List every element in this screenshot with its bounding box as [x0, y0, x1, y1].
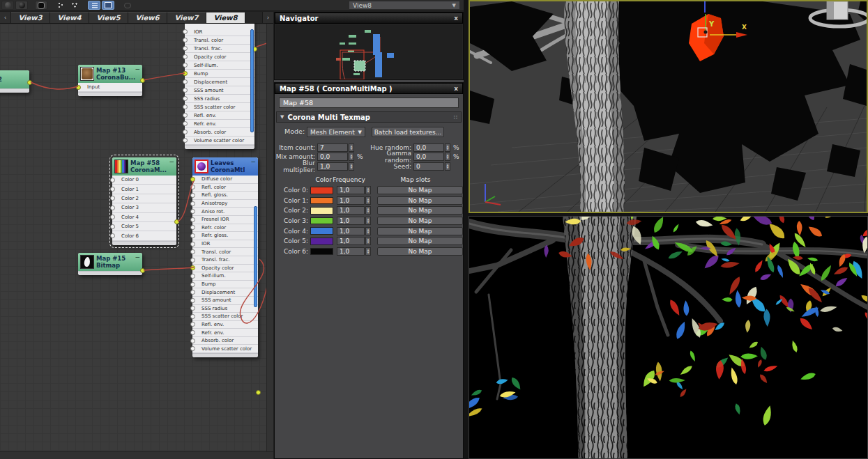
input-socket[interactable] [190, 193, 195, 198]
slot-color-5[interactable]: Color 5 [112, 222, 176, 231]
node-material-top[interactable]: IORTransl. colorTransl. frac.Opacity col… [185, 24, 254, 149]
slot-bump[interactable]: Bump [185, 70, 254, 78]
slot-transl-frac-[interactable]: Transl. frac. [192, 256, 258, 265]
slot-refl-env-[interactable]: Refl. env. [192, 321, 258, 329]
input-socket[interactable] [190, 233, 195, 238]
slot-sss-scatter-color[interactable]: SSS scatter color [185, 103, 254, 111]
slot-refr-color[interactable]: Refr. color [192, 224, 258, 233]
map-slot-button[interactable]: No Map [377, 217, 463, 225]
value-field[interactable]: 0,0 [413, 143, 444, 152]
input-socket[interactable] [110, 205, 115, 210]
navigator-toggle-icon[interactable] [102, 1, 114, 10]
value-field[interactable]: 0,0 [317, 153, 348, 161]
map-slot-button[interactable]: No Map [377, 237, 463, 245]
rollout-header[interactable]: ▼ Corona Multi Texmap ∷ [276, 111, 462, 123]
frequency-field[interactable]: 1,0 [337, 247, 365, 256]
slot-refr-env-[interactable]: Refr. env. [185, 120, 254, 128]
spinner-control[interactable]: ▲▼ [365, 186, 371, 194]
input-socket[interactable] [190, 209, 195, 214]
slot-sss-radius[interactable]: SSS radius [185, 95, 254, 103]
value-field[interactable]: 0,0 [413, 153, 444, 161]
slot-transl-color[interactable]: Transl. color [192, 248, 258, 256]
view-select-dropdown[interactable]: View8 ▼ [349, 1, 460, 10]
slot-aniso-rot-[interactable]: Aniso rot. [192, 208, 258, 216]
slot-color-0[interactable]: Color 0 [112, 176, 176, 185]
spinner-control[interactable]: ▲▼ [365, 206, 371, 215]
canvas-vertical-scrollbar[interactable] [266, 24, 273, 459]
tab-view6[interactable]: View6 [128, 12, 167, 23]
tab-view4[interactable]: View4 [50, 12, 89, 23]
node-map13[interactable]: Map #13 CoronaBu... − Input [78, 65, 142, 96]
spinner-control[interactable]: ▲▼ [365, 196, 371, 205]
map15-thumbnail[interactable] [80, 255, 94, 269]
minimize-icon[interactable]: − [169, 158, 174, 165]
slot-anisotropy[interactable]: Anisotropy [192, 200, 258, 208]
slot-color-3[interactable]: Color 3 [112, 203, 176, 212]
input-socket[interactable] [183, 104, 188, 109]
input-socket[interactable] [190, 185, 195, 189]
leaves-thumbnail[interactable] [195, 160, 208, 173]
spinner-control[interactable]: ▲▼ [365, 227, 371, 235]
input-socket[interactable] [190, 274, 195, 279]
slot-bump[interactable]: Bump [192, 281, 258, 289]
tab-view8[interactable]: View8 [206, 12, 245, 23]
map-slot-button[interactable]: No Map [377, 196, 463, 205]
slot-color-4[interactable]: Color 4 [112, 213, 176, 222]
frequency-field[interactable]: 1,0 [337, 206, 365, 215]
close-icon[interactable]: x [454, 85, 458, 92]
slot-transl-color[interactable]: Transl. color [185, 36, 254, 45]
slot-volume-scatter-color[interactable]: Volume scatter color [185, 137, 254, 145]
tab-scroll-left[interactable]: ‹ [0, 12, 11, 23]
material-name-field[interactable]: Map #58 [279, 98, 459, 108]
input-socket[interactable] [183, 130, 188, 134]
node-map58[interactable]: Map #58 CoronaM... − Color 0Color 1Color… [112, 157, 176, 245]
output-socket[interactable] [174, 219, 179, 224]
spinner-control[interactable]: ▲▼ [445, 153, 450, 161]
tab-view5[interactable]: View5 [89, 12, 128, 23]
navigator-minimap[interactable] [275, 24, 462, 79]
node-leaves[interactable]: Leaves CoronaMtl − Diffuse colorRefl. co… [192, 157, 258, 357]
color-swatch[interactable] [310, 187, 333, 194]
spinner-control[interactable]: ▲▼ [349, 153, 354, 161]
color-swatch[interactable] [310, 238, 333, 245]
map-slot-button[interactable]: No Map [377, 227, 463, 235]
input-socket[interactable] [183, 88, 188, 93]
output-socket[interactable] [140, 268, 145, 273]
input-socket[interactable] [110, 224, 115, 229]
material-ball-icon[interactable] [1, 1, 14, 10]
slot-displacement[interactable]: Displacement [185, 78, 254, 86]
spinner-control[interactable]: ▲▼ [349, 162, 354, 171]
navigator-titlebar[interactable]: Navigator x [275, 13, 463, 24]
input-socket[interactable] [183, 113, 188, 118]
panel-titlebar[interactable]: Map #58 ( CoronaMultiMap ) x [275, 83, 463, 94]
input-socket[interactable] [183, 38, 188, 42]
spinner-control[interactable]: ▲▼ [365, 247, 371, 256]
input-socket[interactable] [110, 187, 115, 192]
map13-thumbnail[interactable] [80, 67, 94, 81]
node-map12-partial[interactable]: 2 [0, 70, 29, 93]
input-socket[interactable] [183, 29, 188, 34]
input-socket[interactable] [190, 225, 195, 230]
parameter-list-icon[interactable] [88, 1, 100, 10]
input-socket[interactable] [190, 177, 195, 182]
input-socket[interactable] [190, 282, 195, 287]
color-swatch[interactable] [310, 217, 333, 225]
material-ball-dark-icon[interactable] [15, 1, 28, 10]
input-socket[interactable] [190, 217, 195, 222]
input-socket[interactable] [190, 265, 195, 270]
slot-self-illum-[interactable]: Self-illum. [192, 272, 258, 281]
spinner-control[interactable]: ▲▼ [349, 143, 354, 152]
slot-volume-scatter-color[interactable]: Volume scatter color [192, 345, 258, 353]
slot-ior[interactable]: IOR [185, 28, 254, 36]
slot-opacity-color[interactable]: Opacity color [192, 265, 258, 273]
slot-diffuse-color[interactable]: Diffuse color [192, 176, 258, 184]
viewport-perspective[interactable]: Y X [469, 0, 868, 213]
map58-thumbnail[interactable] [114, 160, 128, 173]
slot-sss-amount[interactable]: SSS amount [192, 297, 258, 305]
slot-refl-color[interactable]: Refl. color [192, 184, 258, 192]
input-socket[interactable] [190, 298, 195, 303]
input-socket[interactable] [190, 290, 195, 295]
close-icon[interactable]: x [454, 15, 458, 22]
output-socket[interactable] [256, 390, 261, 395]
spinner-control[interactable]: ▲▼ [365, 217, 371, 225]
